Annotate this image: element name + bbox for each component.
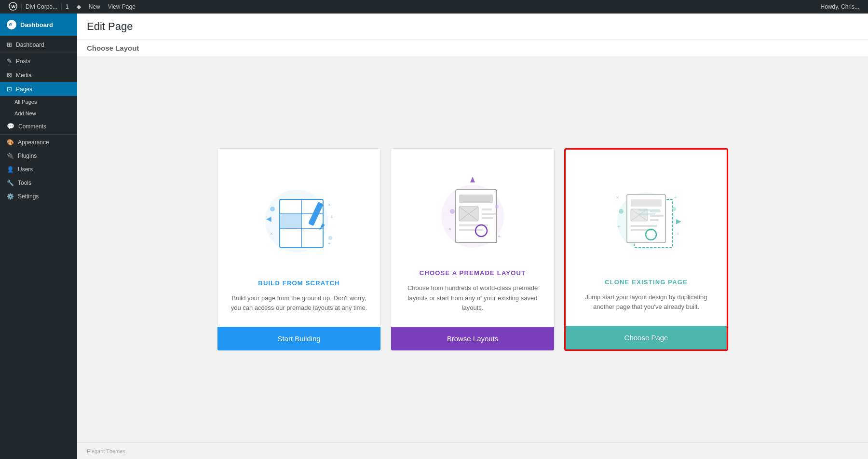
svg-rect-26 bbox=[482, 217, 493, 219]
card-layout-desc: Choose from hundreds of world-class prem… bbox=[391, 283, 554, 313]
svg-point-51 bbox=[672, 207, 676, 211]
card-scratch-illustration: ◀ + × × + bbox=[246, 149, 352, 279]
comment-count[interactable]: 1 bbox=[61, 3, 73, 10]
card-scratch: ◀ + × × + BUILD FROM SCRATCH Build your … bbox=[217, 148, 381, 351]
new-item[interactable]: New bbox=[85, 3, 104, 10]
sidebar-item-media[interactable]: ⊠Media bbox=[0, 68, 77, 82]
card-clone-desc: Jump start your layout design by duplica… bbox=[566, 292, 727, 313]
sidebar-item-settings[interactable]: ⚙️Settings bbox=[0, 190, 77, 203]
card-layout-illustration: × + bbox=[420, 149, 526, 269]
admin-bar: W Divi Corpo... 1 ◆ New View Page Howdy,… bbox=[5, 2, 863, 12]
svg-text:W: W bbox=[9, 22, 12, 27]
divi-icon[interactable]: ◆ bbox=[73, 3, 85, 10]
main-content: Edit Page Choose Layout bbox=[77, 14, 868, 459]
svg-rect-48 bbox=[638, 209, 660, 211]
svg-rect-25 bbox=[482, 213, 496, 215]
sidebar-item-all-pages[interactable]: All Pages bbox=[0, 96, 77, 108]
svg-rect-28 bbox=[459, 229, 483, 231]
svg-text:×: × bbox=[616, 195, 619, 200]
card-layout-body: CHOOSE A PREMADE LAYOUT Choose from hund… bbox=[391, 269, 554, 350]
card-clone-illustration: ▶ + × × + bbox=[593, 150, 699, 278]
card-layout: × + CHOOSE A PREMADE LAYOUT Choose from … bbox=[391, 148, 555, 351]
svg-text:+: + bbox=[674, 195, 677, 200]
sidebar: W Dashboard ⊞Dashboard ✎Posts ⊠Media ⊡Pa… bbox=[0, 14, 77, 459]
choose-page-button[interactable]: Choose Page bbox=[566, 326, 727, 349]
sidebar-item-pages[interactable]: ⊡Pages bbox=[0, 82, 77, 96]
page-header: Edit Page bbox=[77, 14, 868, 40]
svg-text:×: × bbox=[328, 202, 331, 208]
site-name[interactable]: Divi Corpo... bbox=[21, 3, 61, 10]
svg-rect-8 bbox=[280, 214, 301, 228]
footer-text: Elegant Themes bbox=[87, 448, 125, 454]
svg-text:+: + bbox=[330, 214, 333, 220]
svg-rect-44 bbox=[650, 219, 659, 221]
sidebar-logo[interactable]: W Dashboard bbox=[0, 14, 77, 36]
sidebar-item-posts[interactable]: ✎Posts bbox=[0, 54, 77, 68]
choose-label: Choose Layout bbox=[87, 44, 139, 52]
card-clone-title: CLONE EXISTING PAGE bbox=[600, 278, 692, 286]
svg-text:×: × bbox=[270, 231, 273, 236]
page-title: Edit Page bbox=[87, 20, 858, 33]
card-clone: ▶ + × × + CLONE EXISTING PAGE Jump start… bbox=[564, 148, 728, 351]
card-scratch-body: BUILD FROM SCRATCH Build your page from … bbox=[217, 279, 380, 351]
svg-point-12 bbox=[328, 236, 332, 240]
svg-point-50 bbox=[619, 209, 624, 214]
page-footer: Elegant Themes bbox=[77, 442, 868, 459]
cards-area: ◀ + × × + BUILD FROM SCRATCH Build your … bbox=[77, 57, 868, 442]
svg-text:+: + bbox=[328, 241, 331, 246]
svg-rect-38 bbox=[631, 199, 662, 207]
svg-text:◀: ◀ bbox=[266, 215, 271, 223]
svg-text:W: W bbox=[11, 4, 15, 9]
svg-text:×: × bbox=[677, 231, 679, 236]
start-building-button[interactable]: Start Building bbox=[217, 327, 380, 350]
card-layout-title: CHOOSE A PREMADE LAYOUT bbox=[415, 269, 530, 277]
sidebar-item-users[interactable]: 👤Users bbox=[0, 163, 77, 176]
svg-text:+: + bbox=[617, 224, 620, 229]
svg-rect-49 bbox=[638, 213, 655, 215]
sidebar-item-comments[interactable]: 💬Comments bbox=[0, 119, 77, 133]
svg-text:×: × bbox=[448, 226, 451, 232]
cards-container: ◀ + × × + BUILD FROM SCRATCH Build your … bbox=[207, 148, 738, 351]
card-scratch-title: BUILD FROM SCRATCH bbox=[253, 279, 344, 287]
sidebar-logo-label: Dashboard bbox=[20, 21, 53, 28]
user-info[interactable]: Howdy, Chris... bbox=[817, 3, 863, 10]
svg-point-32 bbox=[495, 205, 499, 209]
wp-logo[interactable]: W bbox=[5, 2, 21, 12]
sidebar-item-add-new[interactable]: Add New bbox=[0, 108, 77, 119]
svg-point-31 bbox=[450, 209, 455, 214]
svg-point-11 bbox=[270, 207, 275, 211]
card-scratch-desc: Build your page from the ground up. Don'… bbox=[217, 293, 380, 314]
svg-rect-24 bbox=[482, 209, 492, 210]
sidebar-item-plugins[interactable]: 🔌Plugins bbox=[0, 149, 77, 163]
card-clone-body: CLONE EXISTING PAGE Jump start your layo… bbox=[566, 278, 727, 350]
view-page[interactable]: View Page bbox=[104, 3, 139, 10]
sidebar-item-tools[interactable]: 🔧Tools bbox=[0, 176, 77, 190]
svg-text:▶: ▶ bbox=[676, 217, 681, 225]
sidebar-item-dashboard[interactable]: ⊞Dashboard bbox=[0, 38, 77, 52]
svg-text:+: + bbox=[498, 234, 501, 239]
breadcrumb-bar: Choose Layout bbox=[77, 40, 868, 57]
svg-rect-45 bbox=[631, 225, 657, 227]
svg-marker-30 bbox=[470, 177, 475, 182]
browse-layouts-button[interactable]: Browse Layouts bbox=[391, 327, 554, 350]
sidebar-item-appearance[interactable]: 🎨Appearance bbox=[0, 136, 77, 149]
sidebar-nav: ⊞Dashboard ✎Posts ⊠Media ⊡Pages All Page… bbox=[0, 38, 77, 203]
svg-rect-20 bbox=[459, 195, 493, 203]
